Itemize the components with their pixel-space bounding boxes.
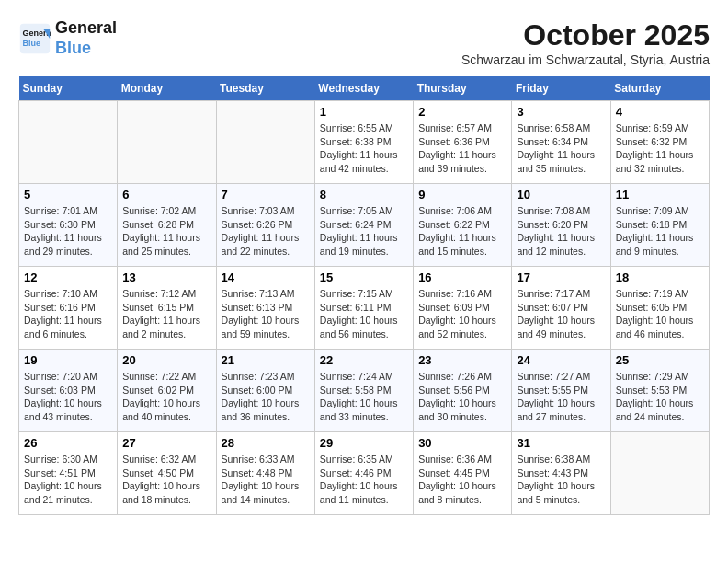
day-info: Sunrise: 7:27 AMSunset: 5:55 PMDaylight:… [517, 370, 605, 424]
title-block: October 2025 Schwarzau im Schwarzautal, … [461, 18, 710, 67]
day-number: 25 [616, 353, 704, 367]
page-header: General Blue General Blue October 2025 S… [18, 18, 710, 67]
day-cell: 6Sunrise: 7:02 AMSunset: 6:28 PMDaylight… [118, 184, 216, 267]
day-cell: 5Sunrise: 7:01 AMSunset: 6:30 PMDaylight… [19, 184, 118, 267]
day-cell: 30Sunrise: 6:36 AMSunset: 4:45 PMDayligh… [414, 432, 512, 515]
day-info: Sunrise: 7:09 AMSunset: 6:18 PMDaylight:… [616, 204, 704, 259]
day-number: 22 [320, 353, 408, 367]
day-number: 6 [122, 188, 210, 201]
day-cell: 18Sunrise: 7:19 AMSunset: 6:05 PMDayligh… [610, 267, 709, 350]
day-info: Sunrise: 6:59 AMSunset: 6:32 PMDaylight:… [616, 121, 704, 176]
day-info: Sunrise: 6:57 AMSunset: 6:36 PMDaylight:… [418, 121, 506, 176]
day-number: 28 [222, 436, 310, 450]
weekday-friday: Friday [512, 76, 610, 101]
day-info: Sunrise: 6:55 AMSunset: 6:38 PMDaylight:… [320, 121, 408, 176]
day-cell: 24Sunrise: 7:27 AMSunset: 5:55 PMDayligh… [512, 350, 610, 432]
day-cell: 10Sunrise: 7:08 AMSunset: 6:20 PMDayligh… [512, 184, 610, 267]
day-number: 7 [222, 188, 310, 201]
day-cell: 21Sunrise: 7:23 AMSunset: 6:00 PMDayligh… [216, 350, 314, 432]
day-info: Sunrise: 7:08 AMSunset: 6:20 PMDaylight:… [517, 204, 605, 259]
day-cell: 20Sunrise: 7:22 AMSunset: 6:02 PMDayligh… [118, 350, 216, 432]
day-cell: 23Sunrise: 7:26 AMSunset: 5:56 PMDayligh… [414, 350, 512, 432]
day-number: 20 [122, 353, 210, 367]
day-info: Sunrise: 7:26 AMSunset: 5:56 PMDaylight:… [418, 370, 506, 424]
day-cell: 3Sunrise: 6:58 AMSunset: 6:34 PMDaylight… [512, 101, 610, 184]
day-number: 3 [517, 105, 605, 119]
day-info: Sunrise: 6:33 AMSunset: 4:48 PMDaylight:… [222, 453, 310, 507]
day-cell: 31Sunrise: 6:38 AMSunset: 4:43 PMDayligh… [512, 432, 610, 515]
day-cell [216, 101, 314, 184]
weekday-monday: Monday [118, 76, 216, 101]
day-number: 13 [122, 270, 210, 284]
day-cell: 9Sunrise: 7:06 AMSunset: 6:22 PMDaylight… [414, 184, 512, 267]
day-info: Sunrise: 6:36 AMSunset: 4:45 PMDaylight:… [418, 453, 506, 507]
day-cell: 27Sunrise: 6:32 AMSunset: 4:50 PMDayligh… [118, 432, 216, 515]
day-number: 8 [320, 188, 408, 201]
weekday-header-row: SundayMondayTuesdayWednesdayThursdayFrid… [19, 76, 710, 101]
day-number: 11 [616, 188, 704, 201]
week-row-5: 26Sunrise: 6:30 AMSunset: 4:51 PMDayligh… [19, 432, 710, 515]
day-info: Sunrise: 6:58 AMSunset: 6:34 PMDaylight:… [517, 121, 605, 176]
day-cell: 29Sunrise: 6:35 AMSunset: 4:46 PMDayligh… [314, 432, 413, 515]
day-number: 24 [517, 353, 605, 367]
day-number: 19 [24, 353, 112, 367]
day-cell: 22Sunrise: 7:24 AMSunset: 5:58 PMDayligh… [314, 350, 413, 432]
day-cell: 26Sunrise: 6:30 AMSunset: 4:51 PMDayligh… [19, 432, 118, 515]
weekday-saturday: Saturday [610, 76, 709, 101]
day-info: Sunrise: 7:06 AMSunset: 6:22 PMDaylight:… [418, 204, 506, 259]
day-number: 9 [418, 188, 506, 201]
location-subtitle: Schwarzau im Schwarzautal, Styria, Austr… [461, 52, 710, 67]
week-row-3: 12Sunrise: 7:10 AMSunset: 6:16 PMDayligh… [19, 267, 710, 350]
day-number: 30 [418, 436, 506, 450]
weekday-wednesday: Wednesday [314, 76, 413, 101]
day-info: Sunrise: 7:23 AMSunset: 6:00 PMDaylight:… [222, 370, 310, 424]
day-info: Sunrise: 7:13 AMSunset: 6:13 PMDaylight:… [222, 287, 310, 341]
day-cell: 4Sunrise: 6:59 AMSunset: 6:32 PMDaylight… [610, 101, 709, 184]
day-cell: 15Sunrise: 7:15 AMSunset: 6:11 PMDayligh… [314, 267, 413, 350]
calendar-table: SundayMondayTuesdayWednesdayThursdayFrid… [18, 76, 710, 515]
day-number: 5 [24, 188, 112, 201]
day-cell: 2Sunrise: 6:57 AMSunset: 6:36 PMDaylight… [414, 101, 512, 184]
logo-text: General Blue [55, 18, 117, 58]
day-number: 26 [24, 436, 112, 450]
calendar-body: 1Sunrise: 6:55 AMSunset: 6:38 PMDaylight… [19, 101, 710, 515]
day-info: Sunrise: 7:16 AMSunset: 6:09 PMDaylight:… [418, 287, 506, 341]
day-info: Sunrise: 6:30 AMSunset: 4:51 PMDaylight:… [24, 453, 112, 507]
week-row-2: 5Sunrise: 7:01 AMSunset: 6:30 PMDaylight… [19, 184, 710, 267]
day-number: 12 [24, 270, 112, 284]
day-info: Sunrise: 7:03 AMSunset: 6:26 PMDaylight:… [222, 204, 310, 259]
day-info: Sunrise: 7:05 AMSunset: 6:24 PMDaylight:… [320, 204, 408, 259]
logo: General Blue General Blue [18, 18, 117, 58]
month-title: October 2025 [461, 18, 710, 52]
logo-icon: General Blue [18, 22, 51, 55]
day-number: 15 [320, 270, 408, 284]
day-info: Sunrise: 7:15 AMSunset: 6:11 PMDaylight:… [320, 287, 408, 341]
day-cell: 28Sunrise: 6:33 AMSunset: 4:48 PMDayligh… [216, 432, 314, 515]
day-cell: 8Sunrise: 7:05 AMSunset: 6:24 PMDaylight… [314, 184, 413, 267]
day-number: 18 [616, 270, 704, 284]
day-info: Sunrise: 6:32 AMSunset: 4:50 PMDaylight:… [122, 453, 210, 507]
day-number: 14 [222, 270, 310, 284]
day-info: Sunrise: 7:02 AMSunset: 6:28 PMDaylight:… [122, 204, 210, 259]
day-info: Sunrise: 6:38 AMSunset: 4:43 PMDaylight:… [517, 453, 605, 507]
day-number: 31 [517, 436, 605, 450]
day-cell [19, 101, 118, 184]
day-info: Sunrise: 7:29 AMSunset: 5:53 PMDaylight:… [616, 370, 704, 424]
day-cell: 12Sunrise: 7:10 AMSunset: 6:16 PMDayligh… [19, 267, 118, 350]
day-number: 4 [616, 105, 704, 119]
day-cell: 1Sunrise: 6:55 AMSunset: 6:38 PMDaylight… [314, 101, 413, 184]
day-number: 16 [418, 270, 506, 284]
day-cell: 19Sunrise: 7:20 AMSunset: 6:03 PMDayligh… [19, 350, 118, 432]
day-cell [118, 101, 216, 184]
day-cell [610, 432, 709, 515]
day-number: 10 [517, 188, 605, 201]
day-cell: 14Sunrise: 7:13 AMSunset: 6:13 PMDayligh… [216, 267, 314, 350]
weekday-sunday: Sunday [19, 76, 118, 101]
day-cell: 25Sunrise: 7:29 AMSunset: 5:53 PMDayligh… [610, 350, 709, 432]
day-cell: 17Sunrise: 7:17 AMSunset: 6:07 PMDayligh… [512, 267, 610, 350]
day-cell: 7Sunrise: 7:03 AMSunset: 6:26 PMDaylight… [216, 184, 314, 267]
day-cell: 11Sunrise: 7:09 AMSunset: 6:18 PMDayligh… [610, 184, 709, 267]
weekday-tuesday: Tuesday [216, 76, 314, 101]
day-info: Sunrise: 7:10 AMSunset: 6:16 PMDaylight:… [24, 287, 112, 341]
day-info: Sunrise: 7:17 AMSunset: 6:07 PMDaylight:… [517, 287, 605, 341]
